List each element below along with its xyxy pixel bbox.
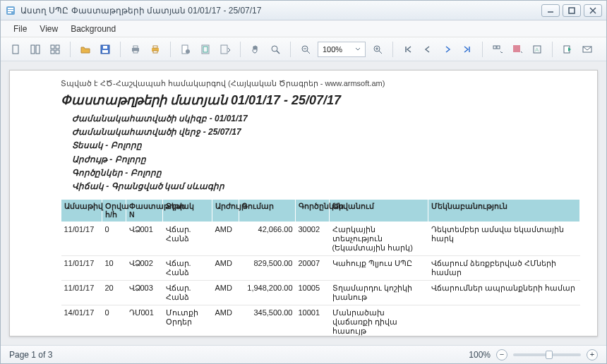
- column-header: Արժույթ: [212, 200, 239, 222]
- print-preview-icon[interactable]: [148, 42, 163, 57]
- layout-single-icon[interactable]: [8, 42, 23, 57]
- table-row: 11/01/1710ՎՁ002Վճար. ՀանձAMD829,500.0020…: [61, 256, 580, 281]
- table-cell: 1,948,200.00: [239, 281, 296, 305]
- table-cell: Վճար. Հանձ: [163, 281, 212, 305]
- separator: [392, 42, 393, 57]
- close-button[interactable]: [584, 4, 602, 17]
- zoom-slider-thumb[interactable]: [546, 351, 553, 359]
- svg-line-33: [307, 51, 310, 54]
- open-icon[interactable]: [78, 42, 93, 57]
- table-row: 14/01/170ԴՄ001Մուտքի ՕրդերAMD345,500.001…: [61, 305, 580, 336]
- table-cell: 10005: [296, 281, 330, 305]
- minimize-button[interactable]: [541, 4, 560, 17]
- table-cell: AMD: [212, 256, 239, 281]
- svg-rect-27: [203, 47, 208, 52]
- menu-background[interactable]: Background: [71, 24, 116, 34]
- table-cell: AMD: [212, 222, 239, 256]
- export-dropdown-icon[interactable]: [560, 42, 575, 57]
- table-cell: ՎՁ003: [126, 281, 163, 305]
- table-cell: 0: [102, 222, 126, 256]
- table-cell: 42,066.00: [239, 222, 296, 256]
- table-cell: 11/01/17: [61, 281, 102, 305]
- column-header: Տեսակ: [163, 200, 212, 222]
- menu-view[interactable]: View: [40, 24, 58, 34]
- report-param: Ժամանակահատվածի սկիզբ - 01/01/17: [72, 112, 597, 126]
- zoom-label: 100%: [469, 350, 491, 360]
- svg-rect-38: [493, 46, 496, 49]
- svg-rect-5: [569, 8, 575, 13]
- separator: [552, 42, 553, 57]
- menubar: File View Background: [1, 20, 606, 37]
- column-header: Գումար: [239, 200, 296, 222]
- magnifier-icon[interactable]: [268, 42, 283, 57]
- table-cell: Մանրածախ վաճառքի դիվա հասույթ: [330, 305, 428, 336]
- prev-page-icon[interactable]: [420, 42, 435, 57]
- svg-rect-17: [103, 46, 107, 49]
- svg-rect-16: [102, 50, 108, 53]
- layout-double-icon[interactable]: [28, 42, 43, 57]
- app-icon: [5, 5, 16, 16]
- zoom-value: 100%: [323, 45, 342, 54]
- svg-rect-14: [56, 50, 59, 54]
- table-cell: Վճար. Հանձ: [163, 256, 212, 281]
- table-cell: ՎՁ001: [126, 222, 163, 256]
- svg-rect-11: [51, 45, 54, 49]
- table-cell: 20: [102, 281, 126, 305]
- background-dropdown-icon[interactable]: [510, 42, 525, 57]
- hand-tool-icon[interactable]: [248, 42, 263, 57]
- table-cell: Մուտքի Օրդեր: [163, 305, 212, 336]
- svg-rect-1: [8, 8, 13, 9]
- table-cell: 11/01/17: [61, 256, 102, 281]
- report-page: Տպված է ՀԾ-Հաշվապահ համակարգով (Հայկական…: [9, 70, 598, 336]
- margins-icon[interactable]: [198, 42, 213, 57]
- column-header: Փաստաթղթի N: [126, 200, 163, 222]
- next-page-icon[interactable]: [440, 42, 455, 57]
- svg-rect-20: [133, 51, 138, 53]
- layout-grid-icon[interactable]: [47, 42, 63, 57]
- table-cell: 10001: [296, 305, 330, 336]
- table-cell: 20007: [296, 256, 330, 281]
- multipage-dropdown-icon[interactable]: [490, 42, 505, 57]
- separator: [120, 42, 121, 57]
- first-page-icon[interactable]: [400, 42, 416, 57]
- watermark-icon[interactable]: A: [529, 42, 545, 57]
- table-cell: AMD: [212, 305, 239, 336]
- table-cell: 11/01/17: [61, 222, 102, 256]
- column-header: Գործընկեր: [296, 200, 330, 222]
- statusbar: Page 1 of 3 100% − +: [1, 345, 606, 363]
- zoom-out-icon[interactable]: [298, 42, 313, 57]
- svg-rect-13: [51, 50, 54, 54]
- page-setup-icon[interactable]: [178, 42, 193, 57]
- svg-rect-3: [8, 12, 11, 13]
- save-icon[interactable]: [97, 42, 113, 57]
- table-cell: Վճարումներ ապրանքների համար: [428, 281, 580, 305]
- scale-dropdown-icon[interactable]: [217, 42, 233, 57]
- window-title: Աստղ ՍՊԸ Փաստաթղթերի մատյան 01/01/17 - 2…: [20, 6, 541, 16]
- table-cell: Վճարում ձեռքբերված ՀՄների համար: [428, 256, 580, 281]
- svg-rect-9: [31, 45, 35, 54]
- svg-rect-19: [133, 46, 138, 48]
- zoom-slider[interactable]: [513, 353, 581, 356]
- last-page-icon[interactable]: [459, 42, 475, 57]
- titlebar: Աստղ ՍՊԸ Փաստաթղթերի մատյան 01/01/17 - 2…: [1, 1, 606, 20]
- svg-rect-2: [8, 10, 13, 11]
- zoom-out-button[interactable]: −: [496, 349, 507, 360]
- zoom-in-icon[interactable]: [370, 42, 385, 57]
- maximize-button[interactable]: [563, 4, 581, 17]
- email-dropdown-icon[interactable]: [579, 42, 595, 57]
- separator: [290, 42, 291, 57]
- svg-rect-40: [513, 45, 520, 52]
- table-cell: Հարկային տեսչություն (Եկամտային հարկ): [330, 222, 428, 256]
- column-header: Մեկնաբանություն: [428, 200, 580, 222]
- preview-area[interactable]: Տպված է ՀԾ-Հաշվապահ համակարգով (Հայկական…: [1, 61, 606, 345]
- svg-rect-10: [36, 45, 40, 54]
- report-param: Արժույթ - Բոլորը: [72, 153, 597, 166]
- print-icon[interactable]: [128, 42, 143, 57]
- svg-text:A: A: [535, 47, 539, 53]
- report-param: Գործընկեր - Բոլորը: [72, 166, 597, 180]
- zoom-combobox[interactable]: 100%: [318, 42, 366, 57]
- zoom-in-button[interactable]: +: [587, 349, 598, 360]
- table-cell: 0: [102, 305, 126, 336]
- table-cell: 10: [102, 256, 126, 281]
- menu-file[interactable]: File: [13, 24, 27, 34]
